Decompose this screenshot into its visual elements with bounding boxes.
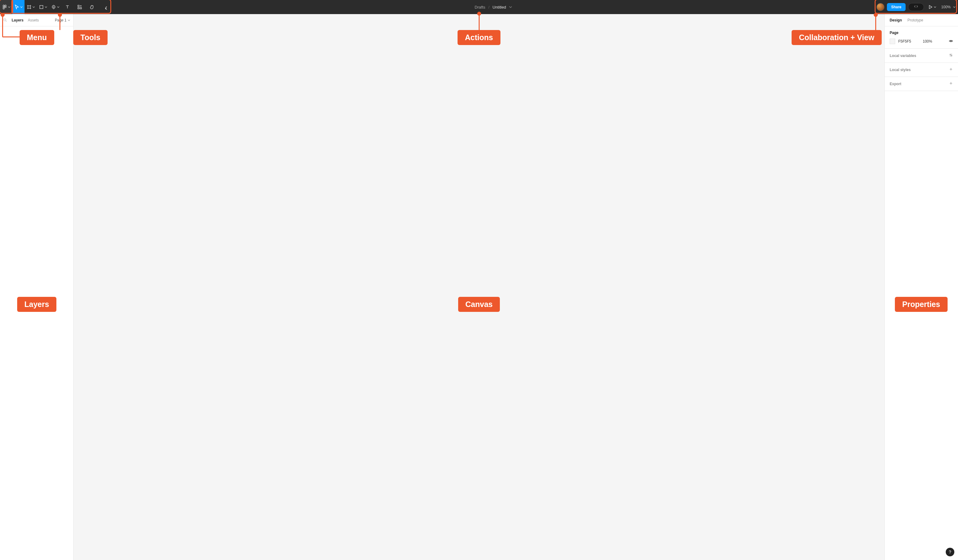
zoom-menu-button[interactable]: 100% [938,0,958,14]
file-title[interactable]: Untitled [492,5,506,9]
svg-rect-9 [78,8,79,9]
present-button[interactable] [926,0,938,14]
play-icon [928,4,933,10]
chevron-down-icon [57,6,59,8]
export-section[interactable]: Export [885,77,958,91]
svg-point-11 [950,40,952,42]
page-color-opacity[interactable]: 100% [923,39,946,44]
top-toolbar: Drafts / Untitled Share [0,0,958,14]
help-button[interactable]: ? [946,548,954,556]
chevron-down-icon[interactable] [509,5,512,9]
cursor-icon [14,4,20,10]
export-title: Export [890,82,901,86]
pen-icon [51,4,56,10]
settings-sliders-icon[interactable] [949,53,953,58]
frame-tool-button[interactable] [24,0,37,14]
local-variables-section[interactable]: Local variables [885,49,958,63]
page-section-title: Page [890,31,899,35]
chevron-down-icon [45,6,47,8]
chevron-down-icon [934,6,936,8]
frame-icon [26,4,32,10]
visibility-toggle-icon[interactable] [949,39,953,44]
chevron-down-icon [20,6,23,8]
tab-layers[interactable]: Layers [12,18,24,22]
breadcrumb-separator: / [488,5,489,9]
canvas[interactable] [73,14,885,560]
local-variables-title: Local variables [890,54,916,58]
rectangle-icon [39,4,44,10]
svg-point-4 [3,8,5,9]
right-panel-tabs: Design Prototype [885,14,958,26]
svg-rect-7 [78,5,79,7]
chevron-down-icon [32,6,35,8]
plus-icon[interactable] [949,81,953,86]
dev-mode-toggle[interactable] [908,3,924,11]
breadcrumb-parent[interactable]: Drafts [475,5,485,9]
plus-icon[interactable] [949,67,953,72]
comment-tool-button[interactable] [98,0,110,14]
page-color-swatch[interactable] [890,39,895,44]
tab-design[interactable]: Design [890,18,902,22]
code-icon [914,4,918,10]
hand-icon [89,4,95,10]
svg-point-3 [5,6,6,8]
page-label: Page 1 [55,18,67,22]
chevron-down-icon [8,6,10,8]
properties-panel: Design Prototype Page F5F5F5 100% Local … [885,14,958,560]
main-menu-button[interactable] [0,0,12,14]
toolbar-right-group: Share 100% [877,0,958,14]
text-tool-button[interactable] [61,0,73,14]
local-styles-section[interactable]: Local styles [885,63,958,77]
text-icon [65,4,70,10]
resources-icon [77,4,82,10]
help-icon-label: ? [949,550,951,554]
comment-icon [102,4,107,10]
local-styles-title: Local styles [890,68,911,72]
left-panel-tabs: Layers Assets Page 1 [0,14,73,26]
hand-tool-button[interactable] [86,0,98,14]
figma-logo-icon [2,4,7,10]
chevron-down-icon [953,6,956,8]
share-button[interactable]: Share [887,3,906,11]
resources-button[interactable] [73,0,86,14]
toolbar-breadcrumb: Drafts / Untitled [110,0,877,14]
search-icon[interactable] [3,18,7,22]
zoom-value: 100% [941,5,951,9]
shape-tool-button[interactable] [37,0,49,14]
user-avatar[interactable] [877,3,885,11]
svg-point-6 [53,7,54,7]
svg-point-10 [4,19,6,21]
page-color-hex[interactable]: F5F5F5 [898,39,920,44]
page-selector[interactable]: Page 1 [55,18,70,22]
svg-rect-5 [40,6,43,9]
tab-prototype[interactable]: Prototype [907,18,923,22]
page-section: Page F5F5F5 100% [885,26,958,49]
pen-tool-button[interactable] [49,0,61,14]
toolbar-left-group [0,0,110,14]
move-tool-button[interactable] [12,0,24,14]
layers-panel: Layers Assets Page 1 [0,14,73,560]
svg-rect-8 [80,8,82,9]
tab-assets[interactable]: Assets [28,18,39,22]
